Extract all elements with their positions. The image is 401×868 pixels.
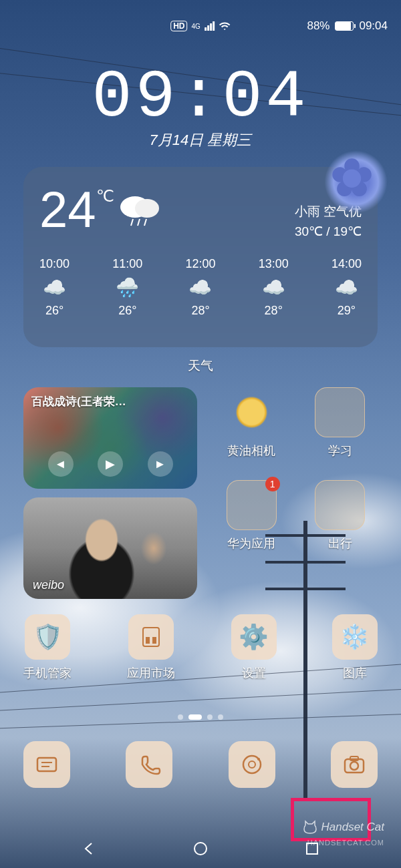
folder-study[interactable]: 学习 <box>303 387 378 459</box>
play-button[interactable]: ▶ <box>98 451 123 477</box>
flower-decoration <box>324 150 388 214</box>
music-track-title: 百战成诗(王者荣… <box>31 394 126 409</box>
cloud-icon: ☁️ <box>185 276 215 298</box>
next-track-button[interactable]: ► <box>148 451 173 477</box>
status-time: 09:04 <box>359 19 388 33</box>
cat-icon <box>303 820 317 835</box>
prev-track-button[interactable]: ◄ <box>48 451 74 477</box>
folder-icon <box>315 480 365 530</box>
sim-card-icon <box>128 614 174 660</box>
back-button[interactable] <box>80 839 98 858</box>
navigation-bar <box>0 839 401 858</box>
svg-line-3 <box>138 219 140 226</box>
network-label: 4G <box>192 23 200 30</box>
folder-icon <box>315 387 365 437</box>
svg-point-12 <box>249 761 255 768</box>
gear-icon: ⚙️ <box>231 614 277 660</box>
folder-icon: 1 <box>227 480 277 530</box>
rain-icon: 🌧️ <box>112 276 142 298</box>
cloud-icon: ☁️ <box>331 276 362 298</box>
svg-rect-18 <box>307 843 317 854</box>
svg-point-1 <box>135 199 159 218</box>
svg-point-17 <box>194 843 207 855</box>
weather-widget[interactable]: 24℃ 📍 小雨 空气优 30℃ / 19℃ 10:00☁️26° 11:00🌧… <box>23 167 378 347</box>
hd-badge: HD <box>170 21 187 31</box>
hourly-forecast: 10:00☁️26° 11:00🌧️26° 12:00☁️28° 13:00☁️… <box>39 257 362 318</box>
battery-percentage: 88% <box>307 19 329 33</box>
page-indicator <box>178 714 223 720</box>
cloud-icon: ☁️ <box>259 276 289 298</box>
dock-camera[interactable] <box>331 741 378 788</box>
weather-app-label: 天气 <box>188 357 213 375</box>
cloud-icon: ☁️ <box>39 276 70 298</box>
snowflake-icon: ❄️ <box>332 614 378 660</box>
dock <box>23 741 378 788</box>
status-bar: HD 4G 88% 09:04 <box>0 16 401 36</box>
recent-apps-button[interactable] <box>303 839 321 858</box>
dock-browser[interactable] <box>229 741 275 788</box>
music-widget[interactable]: 百战成诗(王者荣… ◄ ▶ ► <box>23 387 197 489</box>
rain-cloud-icon <box>116 192 162 235</box>
svg-rect-7 <box>152 637 156 644</box>
current-page-dot <box>188 714 202 720</box>
svg-rect-5 <box>143 628 159 646</box>
weather-range: 30℃ / 19℃ <box>295 222 362 242</box>
weibo-widget[interactable]: weibo <box>23 497 197 599</box>
svg-line-2 <box>131 219 133 226</box>
dock-messages[interactable] <box>23 741 70 788</box>
notification-badge: 1 <box>265 477 280 491</box>
svg-rect-6 <box>146 637 150 644</box>
shield-icon: 🛡️ <box>25 614 70 660</box>
app-phone-manager[interactable]: 🛡️ 手机管家 <box>23 614 72 681</box>
battery-icon <box>335 21 354 31</box>
clock-time: 09:04 <box>0 60 401 136</box>
signal-icon <box>205 21 215 31</box>
svg-point-15 <box>350 762 358 770</box>
app-market[interactable]: 应用市场 <box>127 614 175 681</box>
app-butter-camera[interactable]: 黄油相机 <box>214 387 289 459</box>
svg-rect-8 <box>37 758 56 771</box>
watermark: Handset Cat <box>303 820 385 835</box>
app-settings[interactable]: ⚙️ 设置 <box>231 614 277 681</box>
svg-point-13 <box>257 758 260 761</box>
folder-travel[interactable]: 出行 <box>303 480 378 552</box>
current-temp: 24℃ <box>39 180 96 238</box>
clock-widget[interactable]: 09:04 7月14日 星期三 <box>0 60 401 150</box>
svg-line-4 <box>144 219 146 226</box>
camera-lens-icon <box>227 387 277 437</box>
dock-phone[interactable] <box>126 741 172 788</box>
app-gallery[interactable]: ❄️ 图库 <box>332 614 378 681</box>
wifi-icon <box>219 20 231 32</box>
weibo-label: weibo <box>33 578 64 592</box>
folder-huawei-apps[interactable]: 1 华为应用 <box>214 480 289 552</box>
home-button[interactable] <box>191 839 210 858</box>
